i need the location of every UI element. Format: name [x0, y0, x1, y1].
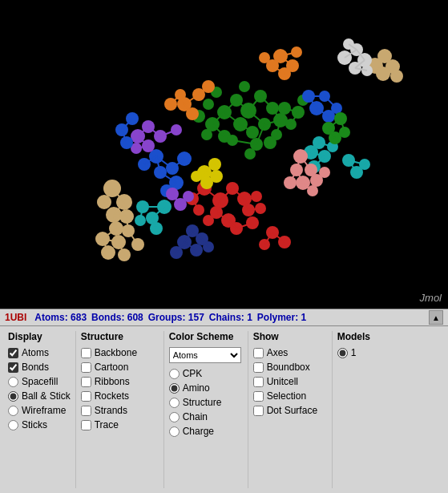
- sticks-label: Sticks: [22, 419, 47, 430]
- axes-checkbox[interactable]: [253, 348, 264, 358]
- cpk-row: CPK: [169, 368, 243, 379]
- svg-point-24: [201, 129, 212, 140]
- cartoon-row: Cartoon: [81, 362, 159, 373]
- amino-radio[interactable]: [169, 383, 180, 394]
- ribbons-label: Ribbons: [95, 376, 130, 387]
- rockets-label: Rockets: [95, 390, 129, 402]
- trace-row: Trace: [81, 419, 159, 430]
- svg-rect-0: [0, 0, 448, 309]
- cartoon-label: Cartoon: [95, 362, 129, 373]
- display-title: Display: [8, 331, 71, 342]
- structure-panel: Structure Backbone Cartoon Ribbons Rocke…: [76, 331, 164, 488]
- strands-row: Strands: [81, 405, 159, 416]
- backbone-checkbox[interactable]: [81, 348, 91, 358]
- structure-color-row: Structure: [169, 397, 243, 408]
- structure-color-label: Structure: [183, 397, 222, 408]
- ball-stick-label: Ball & Stick: [22, 390, 71, 402]
- sticks-radio[interactable]: [8, 420, 18, 430]
- trace-label: Trace: [95, 419, 119, 430]
- sticks-row: Sticks: [8, 419, 71, 430]
- model1-row: 1: [337, 347, 376, 358]
- atoms-label: Atoms: [22, 347, 49, 358]
- models-panel: Models 1: [333, 331, 381, 488]
- controls-panel: Display Atoms Bonds Spacefill Ball & Sti…: [0, 326, 448, 493]
- cpk-radio[interactable]: [169, 369, 180, 379]
- color-scheme-dropdown-row: Atoms Chain Structure CPK Amino: [169, 347, 243, 363]
- charge-label: Charge: [183, 426, 214, 437]
- show-panel: Show Axes Boundbox Unitcell Selection Do…: [248, 331, 333, 488]
- trace-checkbox[interactable]: [81, 420, 91, 430]
- cartoon-checkbox[interactable]: [81, 362, 91, 373]
- wireframe-radio[interactable]: [8, 406, 18, 416]
- bonds-row: Bonds: [8, 362, 71, 373]
- bonds-label: Bonds: [22, 362, 49, 373]
- spacefill-row: Spacefill: [8, 376, 71, 387]
- ball-stick-row: Ball & Stick: [8, 390, 71, 402]
- svg-point-18: [239, 81, 250, 92]
- dot-surface-row: Dot Surface: [253, 405, 327, 416]
- color-scheme-select[interactable]: Atoms Chain Structure CPK Amino: [169, 347, 241, 363]
- charge-row: Charge: [169, 426, 243, 437]
- boundbox-row: Boundbox: [253, 362, 327, 373]
- atoms-info: Atoms: 683: [34, 312, 87, 323]
- svg-point-11: [203, 99, 214, 110]
- display-panel: Display Atoms Bonds Spacefill Ball & Sti…: [3, 331, 76, 488]
- svg-point-22: [244, 148, 256, 160]
- boundbox-checkbox[interactable]: [253, 362, 264, 373]
- atoms-row: Atoms: [8, 347, 71, 358]
- spacefill-label: Spacefill: [22, 376, 58, 387]
- molecule-id: 1UBI: [5, 312, 26, 323]
- unitcell-label: Unitcell: [267, 376, 298, 387]
- chain-color-radio[interactable]: [169, 412, 180, 422]
- axes-row: Axes: [253, 347, 327, 358]
- bonds-info: Bonds: 608: [91, 312, 143, 323]
- groups-info: Groups: 157: [148, 312, 204, 323]
- jmol-watermark: Jmol: [420, 292, 442, 304]
- status-bar: 1UBI Atoms: 683 Bonds: 608 Groups: 157 C…: [0, 309, 448, 326]
- spacefill-radio[interactable]: [8, 377, 18, 387]
- color-scheme-panel: Color Scheme Atoms Chain Structure CPK A…: [164, 331, 248, 488]
- structure-color-radio[interactable]: [169, 398, 180, 408]
- chains-info: Chains: 1: [209, 312, 252, 323]
- charge-radio[interactable]: [169, 426, 180, 437]
- strands-label: Strands: [95, 405, 127, 416]
- rockets-checkbox[interactable]: [81, 391, 91, 402]
- wireframe-row: Wireframe: [8, 405, 71, 416]
- color-scheme-title: Color Scheme: [169, 331, 243, 342]
- ribbons-row: Ribbons: [81, 376, 159, 387]
- rockets-row: Rockets: [81, 390, 159, 402]
- dot-surface-checkbox[interactable]: [253, 406, 264, 416]
- model1-label: 1: [351, 347, 357, 358]
- atoms-checkbox[interactable]: [8, 348, 18, 358]
- svg-point-170: [376, 67, 390, 81]
- ball-stick-radio[interactable]: [8, 391, 18, 402]
- backbone-label: Backbone: [95, 347, 137, 358]
- molecule-viewer[interactable]: Jmol: [0, 0, 448, 309]
- svg-point-53: [251, 191, 262, 202]
- selection-row: Selection: [253, 390, 327, 402]
- strands-checkbox[interactable]: [81, 406, 91, 416]
- models-title: Models: [337, 331, 376, 342]
- wireframe-label: Wireframe: [22, 405, 66, 416]
- selection-checkbox[interactable]: [253, 391, 264, 402]
- svg-point-171: [390, 70, 403, 83]
- unitcell-row: Unitcell: [253, 376, 327, 387]
- chain-color-label: Chain: [183, 411, 208, 422]
- model1-radio[interactable]: [337, 348, 348, 358]
- unitcell-checkbox[interactable]: [253, 377, 264, 387]
- svg-point-51: [203, 215, 214, 226]
- amino-label: Amino: [183, 382, 210, 394]
- svg-point-21: [264, 136, 276, 149]
- selection-label: Selection: [267, 390, 306, 402]
- dot-surface-label: Dot Surface: [267, 405, 317, 416]
- polymer-info: Polymer: 1: [257, 312, 306, 323]
- show-title: Show: [253, 331, 327, 342]
- bonds-checkbox[interactable]: [8, 362, 18, 373]
- chain-color-row: Chain: [169, 411, 243, 422]
- backbone-row: Backbone: [81, 347, 159, 358]
- structure-title: Structure: [81, 331, 159, 342]
- settings-icon[interactable]: ▲: [429, 310, 443, 325]
- ribbons-checkbox[interactable]: [81, 377, 91, 387]
- cpk-label: CPK: [183, 368, 203, 379]
- boundbox-label: Boundbox: [267, 362, 310, 373]
